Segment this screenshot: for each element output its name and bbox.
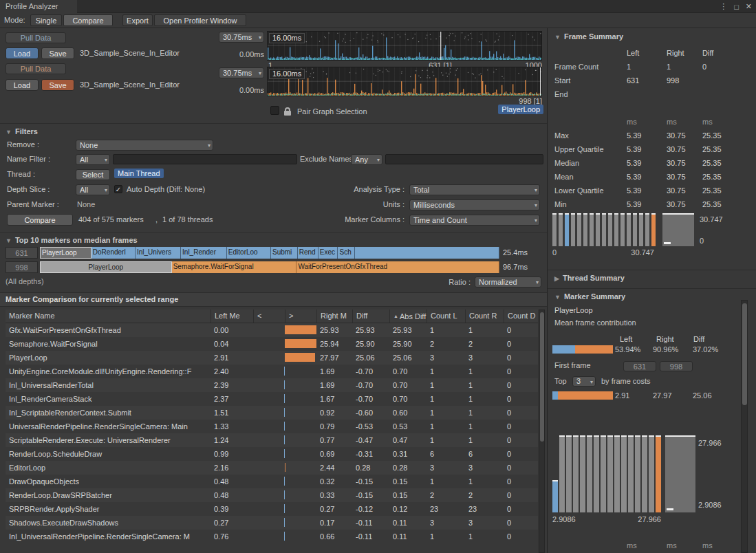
column-header[interactable]: Left Me <box>210 310 253 323</box>
column-header[interactable]: Marker Name <box>6 310 210 323</box>
auto-depth-checkbox[interactable]: ✓ <box>114 185 122 193</box>
right-graph-scale-dropdown[interactable]: 30.75ms▾ <box>219 67 264 78</box>
table-row[interactable]: RenderLoop.DrawSRPBatcher0.480.33-0.150.… <box>6 488 538 502</box>
exclude-mode-dropdown[interactable]: Any▾ <box>351 154 382 165</box>
marker-segment[interactable]: PlayerLoop <box>40 261 172 273</box>
table-row[interactable]: DrawOpaqueObjects0.480.32-0.150.15110 <box>6 475 538 488</box>
first-frame-left-button[interactable]: 631 <box>623 361 656 371</box>
table-row[interactable]: Inl_ScriptableRenderContext.Submit1.510.… <box>6 406 538 420</box>
thread-value-chip[interactable]: Main Thread <box>114 169 164 178</box>
marker-summary-header[interactable]: ▼Marker Summary <box>554 292 625 301</box>
right-frame-graph[interactable]: 16.00ms <box>267 67 542 96</box>
marker-columns-dropdown[interactable]: Time and Count▾ <box>409 215 540 226</box>
column-header[interactable]: Count L <box>426 310 465 323</box>
name-filter-input[interactable] <box>113 154 297 164</box>
table-row[interactable]: Shadows.ExecuteDrawShadows0.270.17-0.110… <box>6 516 538 530</box>
right-median-cell: 0.92 <box>316 406 352 420</box>
mode-compare-button[interactable]: Compare <box>63 14 113 26</box>
table-row[interactable]: Inl_RenderCameraStack2.371.67-0.700.7011… <box>6 392 538 406</box>
mode-single-button[interactable]: Single <box>30 14 62 26</box>
column-header[interactable]: > <box>285 310 316 323</box>
marker-segment[interactable]: PlayerLoop <box>40 247 91 259</box>
marker-segment[interactable]: Rend <box>298 247 318 259</box>
column-header[interactable]: Count R <box>465 310 504 323</box>
marker-segment[interactable]: WaitForPresentOnGfxThread <box>296 261 499 273</box>
compare-button[interactable]: Compare <box>7 214 73 226</box>
maximize-icon[interactable]: □ <box>734 3 739 11</box>
marker-segment[interactable]: Sch <box>338 247 354 259</box>
marker-segment[interactable]: Exec <box>318 247 338 259</box>
marker-segment[interactable]: Inl_Univers <box>136 247 181 259</box>
save-right-button[interactable]: Save <box>41 79 74 91</box>
first-frame-right-button[interactable]: 998 <box>660 361 693 371</box>
table-scrollbar-thumb[interactable] <box>540 312 544 442</box>
diff-bar-cell <box>253 516 316 530</box>
top-markers-bar[interactable]: PlayerLoopDoRenderlInl_UniversInl_Render… <box>40 247 499 259</box>
lock-icon[interactable] <box>284 111 291 116</box>
table-row[interactable]: Semaphore.WaitForSignal0.0425.9425.9025.… <box>6 337 538 351</box>
window-tab[interactable]: Profile Analyzer <box>0 0 77 13</box>
column-header[interactable]: Count D <box>504 310 538 323</box>
column-header[interactable]: ▲Abs Diff <box>389 310 426 323</box>
table-scrollbar[interactable] <box>539 310 545 553</box>
frame-summary-header[interactable]: ▼Frame Summary <box>554 32 623 41</box>
selected-marker-chip[interactable]: PlayerLoop <box>498 105 543 114</box>
marker-segment[interactable]: Submi <box>271 247 298 259</box>
name-filter-mode-dropdown[interactable]: All▾ <box>76 154 110 165</box>
ratio-dropdown[interactable]: Normalized▾ <box>475 276 541 288</box>
table-row[interactable]: PlayerLoop2.9127.9725.0625.06330 <box>6 351 538 365</box>
marker-segment[interactable]: DoRenderl <box>91 247 136 259</box>
top10-header[interactable]: ▼Top 10 markers on median frames <box>6 236 138 244</box>
pull-data-right-button[interactable]: Pull Data <box>6 63 66 74</box>
thread-summary-header[interactable]: ▶Thread Summary <box>554 274 625 282</box>
marker-segment[interactable]: Semaphore.WaitForSignal <box>172 261 297 273</box>
marker-segment[interactable] <box>355 247 499 259</box>
top-markers-bar[interactable]: PlayerLoopSemaphore.WaitForSignalWaitFor… <box>40 261 499 273</box>
count-right-cell: 1 <box>465 392 504 406</box>
count-diff-cell: 0 <box>504 433 538 447</box>
remove-dropdown[interactable]: None▾ <box>76 140 213 151</box>
load-left-button[interactable]: Load <box>6 47 39 59</box>
summary-scrollbar[interactable] <box>741 300 748 553</box>
pull-data-left-button[interactable]: Pull Data <box>6 32 66 43</box>
load-right-button[interactable]: Load <box>6 79 39 91</box>
table-row[interactable]: RenderLoop.ScheduleDraw0.990.69-0.310.31… <box>6 447 538 461</box>
analysis-type-dropdown[interactable]: Total▾ <box>409 184 540 195</box>
frame-summary-histogram[interactable] <box>552 213 656 246</box>
left-frame-graph[interactable]: 16.00ms <box>267 31 542 61</box>
left-graph-scale-dropdown[interactable]: 30.75ms▾ <box>219 32 264 43</box>
table-row[interactable]: EditorLoop2.162.440.280.28330 <box>6 461 538 475</box>
marker-comparison-header[interactable]: Marker Comparison for currently selected… <box>0 292 547 307</box>
frame-range-slider[interactable] <box>662 213 694 246</box>
summary-scrollbar-thumb[interactable] <box>742 303 747 405</box>
menu-icon[interactable]: ⋮ <box>720 2 727 11</box>
table-row[interactable]: SRPBRender.ApplyShader0.390.27-0.120.122… <box>6 502 538 516</box>
open-profiler-window-button[interactable]: Open Profiler Window <box>154 14 246 26</box>
depth-slice-dropdown[interactable]: All▾ <box>76 184 110 195</box>
column-header[interactable]: Right M <box>316 310 352 323</box>
table-row[interactable]: ScriptableRenderer.Execute: UniversalRen… <box>6 433 538 447</box>
top-n-dropdown[interactable]: 3▾ <box>572 376 596 387</box>
right-median-cell: 0.32 <box>316 475 352 488</box>
column-header[interactable]: Diff <box>352 310 389 323</box>
pair-graph-selection-checkbox[interactable] <box>270 106 279 115</box>
exclude-names-input[interactable] <box>385 154 543 164</box>
units-dropdown[interactable]: Milliseconds▾ <box>409 199 540 210</box>
table-row[interactable]: Inl_UniversalRenderTotal2.391.69-0.700.7… <box>6 378 538 392</box>
table-row[interactable]: Inl_UniversalRenderPipeline.RenderSingle… <box>6 530 538 543</box>
diff-cell: -0.15 <box>352 488 389 502</box>
marker-range-slider[interactable] <box>665 435 695 512</box>
marker-segment[interactable]: EditorLoo <box>227 247 271 259</box>
column-header[interactable]: < <box>253 310 285 323</box>
table-row[interactable]: UnityEngine.CoreModule.dll!UnityEngine.R… <box>6 365 538 378</box>
close-icon[interactable]: ✕ <box>746 2 752 11</box>
table-row[interactable]: UniversalRenderPipeline.RenderSingleCame… <box>6 420 538 433</box>
marker-segment[interactable]: Inl_Render <box>181 247 227 259</box>
table-row[interactable]: Gfx.WaitForPresentOnGfxThread0.0025.9325… <box>6 323 538 337</box>
marker-summary-histogram[interactable] <box>552 435 661 512</box>
save-left-button[interactable]: Save <box>41 47 74 59</box>
summary-row-label: End <box>554 87 627 101</box>
thread-select-button[interactable]: Select <box>76 169 110 180</box>
filters-header[interactable]: ▼Filters <box>6 127 38 135</box>
export-button[interactable]: Export <box>122 14 153 26</box>
